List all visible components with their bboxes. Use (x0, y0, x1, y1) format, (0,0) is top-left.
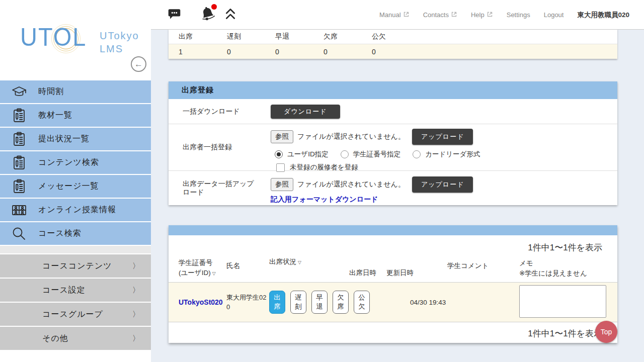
attendee-bulk-register-label: 出席者一括登録 (169, 124, 271, 170)
external-link-icon (403, 11, 410, 19)
clipboard-icon (0, 131, 38, 147)
scroll-to-top-button[interactable]: Top (595, 321, 617, 343)
clipboard-icon (0, 108, 38, 124)
table-title-bar (169, 225, 617, 235)
student-name: 東大用学生020 (226, 293, 269, 312)
clipboard-icon (0, 155, 38, 171)
chevron-right-icon: 〉 (132, 310, 140, 319)
back-arrow-icon: ← (134, 59, 143, 69)
summary-col-header: 遅刻 (227, 32, 275, 41)
summary-col-header: 早退 (275, 32, 324, 41)
radio-button-icon (413, 150, 421, 158)
status-btn-1[interactable]: 遅刻 (290, 291, 306, 314)
register-unenrolled-checkbox[interactable] (276, 163, 285, 172)
column-header-status[interactable]: 出席状況▽ (269, 257, 301, 267)
utol-logo: UTOL (20, 23, 87, 52)
column-header-student-id[interactable]: 学生証番号 (ユーザID)▽ (179, 258, 216, 279)
result-count-text-bottom: 1件中1〜1件を表示 (528, 328, 602, 339)
summary-col-header: 欠席 (324, 32, 372, 41)
help-link[interactable]: Help (471, 11, 493, 19)
summary-value: 0 (227, 48, 275, 56)
no-file-selected-text: ファイルが選択されていません。 (297, 180, 405, 189)
contacts-link[interactable]: Contacts (423, 11, 457, 19)
logout-link[interactable]: Logout (544, 11, 564, 19)
status-button-group: 出席 遅刻 早退 欠席 公欠 (269, 291, 370, 314)
memo-textarea[interactable] (519, 285, 606, 318)
radio-1[interactable]: 学生証番号指定 (341, 150, 401, 159)
sidebar-collapse-button[interactable]: ← (131, 56, 146, 72)
chevron-right-icon: 〉 (132, 334, 140, 343)
status-btn-4[interactable]: 公欠 (354, 291, 370, 314)
attendance-registration-panel: 出席登録 一括ダウンロード ダウンロード 出席者一括登録 参照 ファイルが選択さ… (169, 81, 617, 205)
sidebar-item-materials[interactable]: 教材一覧 (0, 104, 151, 128)
current-user-name: 東大用教職員020 (577, 11, 629, 20)
sort-icon: ▽ (212, 271, 216, 276)
sidebar-item-course-group[interactable]: コースグループ 〉 (0, 303, 151, 327)
logo-area: UTOL UTokyo LMS ← (0, 0, 151, 80)
radio-0[interactable]: ユーザID指定 (275, 150, 329, 159)
sidebar-item-submission-status[interactable]: 提出状況一覧 (0, 128, 151, 151)
download-button[interactable]: ダウンロード (271, 105, 340, 119)
sidebar-item-messages[interactable]: メッセージ一覧 (0, 175, 151, 199)
sort-icon: ▽ (298, 260, 301, 265)
summary-value: 0 (275, 48, 324, 56)
attendance-timestamp: 04/30 19:43 (410, 299, 446, 306)
radio-2[interactable]: カードリーダ形式 (413, 150, 480, 159)
sidebar-item-content-search[interactable]: コンテンツ検索 (0, 151, 151, 175)
utol-logo-subtitle: UTokyo LMS (100, 29, 139, 55)
sidebar-item-online-class-info[interactable]: オンライン授業情報 (0, 199, 151, 222)
sidebar-item-course-settings[interactable]: コース設定 〉 (0, 279, 151, 303)
chat-icon[interactable] (168, 7, 181, 23)
table-row: UTokyoSt020 東大用学生020 出席 遅刻 早退 欠席 公欠 04/3… (169, 283, 617, 322)
student-attendance-table: 1件中1〜1件を表示 学生証番号 (ユーザID)▽ 氏名 出席状況▽ 出席日時 … (169, 225, 617, 343)
status-btn-3[interactable]: 欠席 (333, 291, 349, 314)
notification-dot (211, 4, 217, 10)
summary-value: 1 (179, 48, 227, 56)
radio-button-icon (341, 150, 349, 158)
external-link-icon (451, 11, 457, 19)
upload-button[interactable]: アップロード (412, 129, 473, 145)
browse-button[interactable]: 参照 (271, 130, 293, 143)
sidebar-item-timetable[interactable]: 時間割 (0, 80, 151, 104)
column-header-memo: メモ ※学生には見えません (519, 258, 587, 279)
result-count-text: 1件中1〜1件を表示 (528, 242, 602, 253)
search-icon (0, 226, 38, 242)
status-btn-0[interactable]: 出席 (269, 291, 285, 314)
student-id-link[interactable]: UTokyoSt020 (179, 298, 223, 306)
top-bar: Manual Contacts Help Settings Logout 東大用… (151, 0, 644, 30)
column-header-name: 氏名 (226, 261, 240, 271)
people-grid-icon (0, 202, 38, 218)
settings-link[interactable]: Settings (507, 11, 530, 19)
bulk-download-label: 一括ダウンロード (169, 107, 271, 116)
notifications-bell-icon[interactable] (199, 6, 216, 25)
summary-col-header: 公欠 (372, 32, 420, 41)
summary-value: 0 (324, 48, 372, 56)
column-header-updated-time: 更新日時 (386, 268, 414, 278)
sidebar-item-course-search[interactable]: コース検索 (0, 222, 151, 246)
double-chevron-up-icon[interactable] (224, 8, 236, 23)
format-download-link[interactable]: 記入用フォーマットダウンロード (271, 195, 378, 204)
sidebar-item-others[interactable]: その他 〉 (0, 327, 151, 351)
no-file-selected-text: ファイルが選択されていません。 (297, 132, 405, 141)
graduation-cap-icon (0, 84, 38, 100)
browse-button[interactable]: 参照 (271, 178, 293, 191)
summary-value: 0 (372, 48, 420, 56)
sidebar-divider (0, 246, 151, 254)
summary-col-header: 出席 (179, 32, 227, 41)
attendance-summary-table: 出席 遅刻 早退 欠席 公欠 1 0 0 0 0 (169, 29, 617, 59)
manual-link[interactable]: Manual (379, 11, 410, 19)
column-header-student-comment: 学生コメント (447, 261, 489, 271)
sidebar: UTOL UTokyo LMS ← 時間割 教材一覧 提出状況一覧 コンテンツ検… (0, 0, 151, 362)
radio-button-icon (275, 150, 283, 158)
chevron-right-icon: 〉 (132, 261, 140, 271)
panel-title: 出席登録 (169, 81, 617, 99)
external-link-icon (487, 11, 493, 19)
upload-button[interactable]: アップロード (412, 176, 473, 193)
status-btn-2[interactable]: 早退 (311, 291, 328, 314)
sidebar-item-course-contents[interactable]: コースコンテンツ 〉 (0, 254, 151, 279)
attendance-data-upload-label: 出席データ一括アップロード (169, 171, 271, 205)
chevron-right-icon: 〉 (132, 286, 140, 295)
clipboard-icon (0, 178, 38, 195)
column-header-attendance-time: 出席日時 (349, 268, 376, 278)
